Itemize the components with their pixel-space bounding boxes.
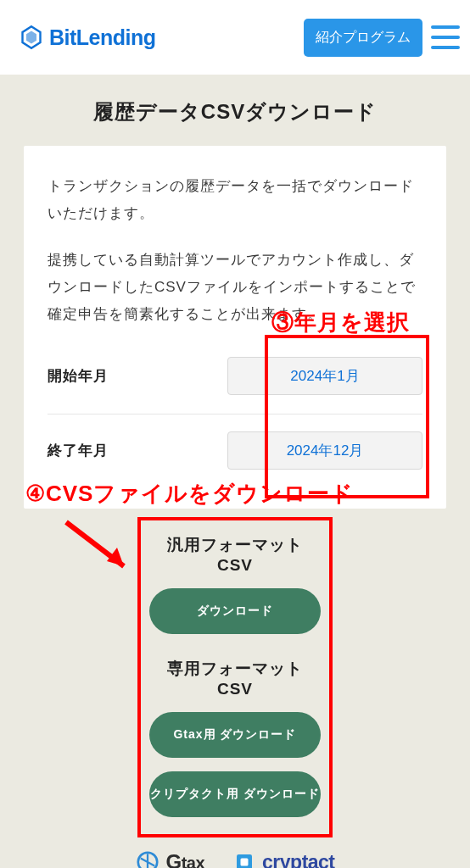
gtax-download-button[interactable]: Gtax用 ダウンロード bbox=[149, 712, 321, 758]
brand-logo[interactable]: BitLending bbox=[19, 25, 156, 50]
gtax-text: Gtax bbox=[165, 850, 204, 868]
svg-rect-2 bbox=[241, 859, 249, 866]
hamburger-menu-icon[interactable] bbox=[431, 25, 460, 49]
description-text-1: トランザクションの履歴データを一括でダウンロードいただけます。 bbox=[48, 173, 422, 228]
tool-csv-title: 専用フォーマットCSV bbox=[149, 658, 321, 698]
start-date-picker[interactable]: 2024年1月 bbox=[227, 357, 422, 395]
csv-download-card: トランザクションの履歴データを一括でダウンロードいただけます。 提携している自動… bbox=[24, 146, 446, 509]
bitlending-logo-icon bbox=[19, 25, 44, 50]
end-date-label: 終了年月 bbox=[48, 441, 227, 460]
gtax-logo[interactable]: Gtax bbox=[135, 849, 204, 868]
gtax-logo-icon bbox=[135, 849, 160, 868]
annotation-arrow-icon bbox=[58, 514, 143, 581]
cryptact-logo[interactable]: cryptact bbox=[232, 849, 334, 868]
brand-text: BitLending bbox=[49, 25, 156, 50]
description-text-2: 提携している自動計算ツールでアカウント作成し、ダウンロードしたCSVファイルをイ… bbox=[48, 247, 422, 329]
start-date-row: 開始年月 2024年1月 bbox=[48, 340, 422, 415]
cryptact-logo-icon bbox=[232, 849, 257, 868]
cryptact-download-button[interactable]: クリプタクト用 ダウンロード bbox=[149, 771, 321, 817]
start-date-label: 開始年月 bbox=[48, 366, 227, 386]
date-range-section: ③年月を選択 開始年月 2024年1月 終了年月 2024年12月 bbox=[48, 340, 422, 488]
cryptact-text: cryptact bbox=[262, 851, 334, 868]
end-date-row: 終了年月 2024年12月 bbox=[48, 415, 422, 488]
app-header: BitLending 紹介プログラム bbox=[0, 0, 470, 75]
generic-csv-title: 汎用フォーマットCSV bbox=[149, 534, 321, 575]
end-date-picker[interactable]: 2024年12月 bbox=[227, 431, 422, 470]
partner-logos: Gtax cryptact bbox=[0, 849, 470, 868]
promo-program-button[interactable]: 紹介プログラム bbox=[304, 19, 422, 57]
generic-download-button[interactable]: ダウンロード bbox=[149, 588, 321, 634]
page-title: 履歴データCSVダウンロード bbox=[0, 75, 470, 146]
download-buttons-area: 汎用フォーマットCSV ダウンロード 専用フォーマットCSV Gtax用 ダウン… bbox=[139, 519, 331, 836]
header-actions: 紹介プログラム bbox=[304, 19, 460, 57]
